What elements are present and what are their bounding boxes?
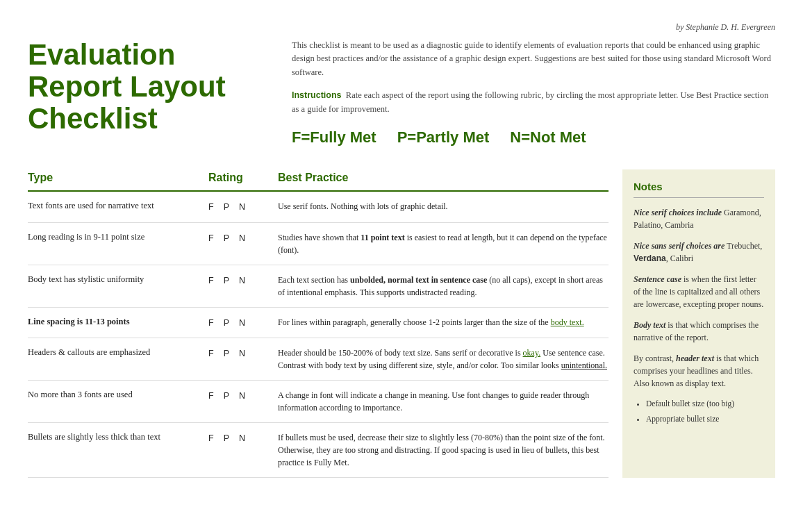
note-sentence-case: Sentence case is when the first letter o…	[634, 273, 764, 310]
checklist-section: Type Rating Best Practice Text fonts are…	[28, 169, 609, 479]
byline: by Stephanie D. H. Evergreen	[28, 21, 775, 33]
row-practice: Each text section has unbolded, normal t…	[278, 274, 609, 299]
col-practice-header: Best Practice	[278, 169, 609, 186]
row-rating: F P N	[208, 431, 278, 445]
note-bullets: Default bullet size (too big) Appropriat…	[634, 398, 764, 425]
row-label: Body text has stylistic uniformity	[28, 274, 208, 286]
row-practice: For lines within paragraph, generally ch…	[278, 316, 609, 329]
description-text: This checklist is meant to be used as a …	[292, 39, 775, 79]
row-rating: F P N	[208, 347, 278, 360]
row-label: Text fonts are used for narrative text	[28, 200, 208, 213]
note-body-text: Body text is that which comprises the na…	[634, 319, 764, 344]
note-header-text: By contrast, header text is that which c…	[634, 352, 764, 390]
row-practice: Studies have shown that 11 point text is…	[278, 231, 609, 256]
row-practice: If bullets must be used, decrease their …	[278, 431, 609, 469]
row-practice: Use serif fonts. Nothing with lots of gr…	[278, 200, 609, 213]
main-table-area: Type Rating Best Practice Text fonts are…	[28, 169, 775, 479]
table-row: Headers & callouts are emphasized F P N …	[28, 338, 609, 381]
table-row: Body text has stylistic uniformity F P N…	[28, 265, 609, 308]
col-type-header: Type	[28, 169, 208, 186]
row-practice: Header should be 150-200% of body text s…	[278, 347, 609, 372]
note-serif: Nice serif choices include Garamond, Pal…	[634, 206, 764, 231]
notes-box: Notes Nice serif choices include Garamon…	[622, 169, 775, 479]
table-row: No more than 3 fonts are used F P N A ch…	[28, 381, 609, 423]
col-rating-header: Rating	[208, 169, 278, 186]
bullet-item-1: Default bullet size (too big)	[646, 398, 764, 410]
notes-header: Notes	[634, 179, 764, 199]
intro-block: This checklist is meant to be used as a …	[292, 39, 775, 149]
row-label: No more than 3 fonts are used	[28, 389, 208, 401]
table-row: Text fonts are used for narrative text F…	[28, 192, 609, 223]
instructions-text: Instructions Rate each aspect of the rep…	[292, 89, 775, 116]
bullet-item-2: Appropriate bullet size	[646, 413, 764, 425]
row-label: Bullets are slightly less thick than tex…	[28, 431, 208, 444]
row-rating: F P N	[208, 274, 278, 288]
table-header: Type Rating Best Practice	[28, 169, 609, 192]
title-block: Evaluation Report Layout Checklist	[28, 39, 264, 149]
row-rating: F P N	[208, 200, 278, 214]
main-title: Evaluation Report Layout Checklist	[28, 39, 264, 135]
note-sans-serif: Nice sans serif choices are Trebuchet, V…	[634, 240, 764, 265]
not-met-label: N=Not Met	[510, 126, 586, 149]
instructions-body: Rate each aspect of the report using the…	[292, 90, 768, 113]
row-rating: F P N	[208, 316, 278, 330]
row-label: Line spacing is 11-13 points	[28, 316, 208, 329]
row-label: Long reading is in 9-11 point size	[28, 231, 208, 244]
row-label: Headers & callouts are emphasized	[28, 347, 208, 359]
table-row: Line spacing is 11-13 points F P N For l…	[28, 308, 609, 339]
table-row: Bullets are slightly less thick than tex…	[28, 423, 609, 478]
table-row: Long reading is in 9-11 point size F P N…	[28, 223, 609, 265]
partly-met-label: P=Partly Met	[397, 126, 490, 149]
fully-met-label: F=Fully Met	[292, 126, 376, 149]
instructions-label: Instructions	[292, 90, 342, 100]
row-practice: A change in font will indicate a change …	[278, 389, 609, 414]
row-rating: F P N	[208, 231, 278, 245]
row-rating: F P N	[208, 389, 278, 403]
rating-legend: F=Fully Met P=Partly Met N=Not Met	[292, 126, 775, 149]
